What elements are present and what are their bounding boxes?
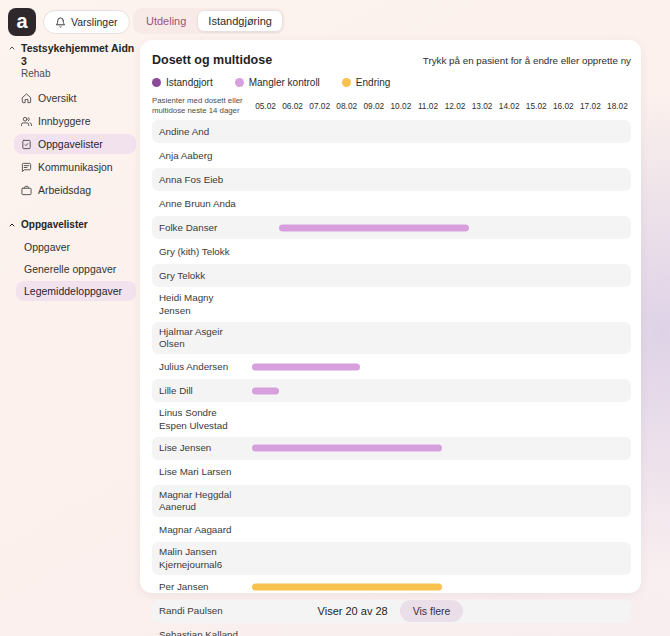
patient-row[interactable]: Magnar Aagaard bbox=[152, 518, 631, 541]
org-name: Testsykehjemmet Aidn 3 bbox=[21, 42, 136, 67]
patient-name: Lise Mari Larsen bbox=[152, 462, 252, 482]
date-label: 12.02 bbox=[441, 101, 468, 111]
patient-row[interactable]: Anna Fos Eieb bbox=[152, 168, 631, 191]
section-items: Oppgaver Generelle oppgaver Legemiddelop… bbox=[8, 237, 136, 303]
date-columns: 05.02 06.02 07.02 08.02 09.02 10.02 11.0… bbox=[252, 101, 631, 111]
patient-row[interactable]: Gry Telokk bbox=[152, 264, 631, 287]
patient-row[interactable]: Julius Andersen bbox=[152, 355, 631, 378]
date-label: 09.02 bbox=[360, 101, 387, 111]
sidebar-item-label: Arbeidsdag bbox=[38, 184, 91, 196]
sidebar-item-legemiddeloppgaver[interactable]: Legemiddeloppgaver bbox=[16, 281, 136, 301]
sidebar-item-innbyggere[interactable]: Innbyggere bbox=[14, 111, 136, 131]
briefcase-icon bbox=[21, 185, 32, 196]
patient-row[interactable]: Anja Aaberg bbox=[152, 144, 631, 167]
card-title: Dosett og multidose bbox=[152, 53, 272, 67]
bell-icon bbox=[55, 17, 66, 28]
timeline-track bbox=[252, 518, 631, 541]
status-bar[interactable] bbox=[279, 224, 469, 231]
timeline-track bbox=[252, 168, 631, 191]
tasks-icon bbox=[21, 139, 32, 150]
legend-label: Endring bbox=[356, 77, 390, 88]
status-bar[interactable] bbox=[252, 363, 360, 370]
timeline-track bbox=[252, 288, 631, 320]
patient-name: Sebastian Kalland bbox=[152, 625, 252, 636]
status-bar[interactable] bbox=[252, 387, 279, 394]
timeline-track bbox=[252, 120, 631, 143]
sidebar-item-oppgaver[interactable]: Oppgaver bbox=[16, 237, 136, 257]
status-dot-icon bbox=[342, 78, 351, 87]
patient-name: Hjalmar Asgeir Olsen bbox=[152, 322, 252, 354]
tab-istandgjoring[interactable]: Istandgjøring bbox=[197, 10, 283, 32]
status-bar[interactable] bbox=[252, 584, 442, 591]
patient-name: Gry Telokk bbox=[152, 266, 252, 286]
timeline-track bbox=[252, 322, 631, 354]
patient-row[interactable]: Sebastian Kalland bbox=[152, 624, 631, 636]
timeline-track bbox=[252, 624, 631, 636]
patient-name: Magnar Aagaard bbox=[152, 520, 252, 540]
patient-row[interactable]: Anne Bruun Anda bbox=[152, 192, 631, 215]
patient-row[interactable]: Heidi Magny Jensen bbox=[152, 288, 631, 320]
patient-name: Lise Jensen bbox=[152, 438, 252, 458]
chat-icon bbox=[21, 162, 32, 173]
status-bar[interactable] bbox=[252, 445, 442, 452]
sidebar-item-oversikt[interactable]: Oversikt bbox=[14, 88, 136, 108]
patient-name: Julius Andersen bbox=[152, 357, 252, 377]
date-label: 14.02 bbox=[496, 101, 523, 111]
dosett-multidose-card: Dosett og multidose Trykk på en pasient … bbox=[140, 40, 641, 593]
home-icon bbox=[21, 93, 32, 104]
patient-row[interactable]: Linus Sondre Espen Ulvestad bbox=[152, 403, 631, 435]
patient-row[interactable]: Magnar Heggdal Aanerud bbox=[152, 485, 631, 517]
status-legend: Istandgjort Mangler kontroll Endring bbox=[152, 77, 631, 88]
patient-name: Anja Aaberg bbox=[152, 146, 252, 166]
table-header: Pasienter med dosett eller multidose nes… bbox=[152, 96, 631, 115]
timeline-track bbox=[252, 437, 631, 460]
patient-row[interactable]: Hjalmar Asgeir Olsen bbox=[152, 322, 631, 354]
org-unit: Rehab bbox=[21, 68, 136, 79]
date-label: 15.02 bbox=[523, 101, 550, 111]
patient-name: Anne Bruun Anda bbox=[152, 194, 252, 214]
notifications-button[interactable]: Varslinger bbox=[43, 10, 130, 34]
sidebar-item-oppgavelister[interactable]: Oppgavelister bbox=[14, 134, 136, 154]
sidebar-item-generelle-oppgaver[interactable]: Generelle oppgaver bbox=[16, 259, 136, 279]
date-label: 07.02 bbox=[306, 101, 333, 111]
patient-row[interactable]: Andine And bbox=[152, 120, 631, 143]
sidebar-item-label: Oppgavelister bbox=[38, 138, 103, 150]
section-header[interactable]: Oppgavelister bbox=[8, 219, 136, 230]
view-tabs: Utdeling Istandgjøring bbox=[133, 8, 285, 34]
patient-row[interactable]: Folke Danser bbox=[152, 216, 631, 239]
date-label: 16.02 bbox=[550, 101, 577, 111]
sidebar-item-label: Oversikt bbox=[38, 92, 77, 104]
patient-name: Heidi Magny Jensen bbox=[152, 288, 252, 320]
patient-row[interactable]: Lille Dill bbox=[152, 379, 631, 402]
patient-name: Andine And bbox=[152, 122, 252, 142]
timeline-track bbox=[252, 461, 631, 484]
legend-item: Istandgjort bbox=[152, 77, 213, 88]
patient-name: Anna Fos Eieb bbox=[152, 170, 252, 190]
date-label: 06.02 bbox=[279, 101, 306, 111]
patient-name: Gry (kith) Telokk bbox=[152, 242, 252, 262]
legend-item: Endring bbox=[342, 77, 390, 88]
patient-row[interactable]: Lise Mari Larsen bbox=[152, 461, 631, 484]
section-title: Oppgavelister bbox=[21, 219, 88, 230]
patient-row[interactable]: Gry (kith) Telokk bbox=[152, 240, 631, 263]
timeline-track bbox=[252, 542, 631, 574]
sidebar-item-kommunikasjon[interactable]: Kommunikasjon bbox=[14, 157, 136, 177]
date-label: 08.02 bbox=[333, 101, 360, 111]
patient-row[interactable]: Per Jansen bbox=[152, 576, 631, 599]
timeline-track bbox=[252, 264, 631, 287]
patient-name: Magnar Heggdal Aanerud bbox=[152, 485, 252, 517]
show-more-button[interactable]: Vis flere bbox=[400, 600, 464, 622]
date-label: 10.02 bbox=[387, 101, 414, 111]
sidebar-item-arbeidsdag[interactable]: Arbeidsdag bbox=[14, 180, 136, 200]
date-label: 17.02 bbox=[577, 101, 604, 111]
patient-name: Per Jansen bbox=[152, 577, 252, 597]
date-label: 18.02 bbox=[604, 101, 631, 111]
patient-row[interactable]: Lise Jensen bbox=[152, 437, 631, 460]
tab-utdeling[interactable]: Utdeling bbox=[135, 10, 197, 32]
patient-row[interactable]: Malin Jansen Kjernejournal6 bbox=[152, 542, 631, 574]
sidebar-item-label: Kommunikasjon bbox=[38, 161, 113, 173]
org-selector[interactable]: Testsykehjemmet Aidn 3 Rehab bbox=[8, 42, 136, 79]
timeline-track bbox=[252, 144, 631, 167]
app-logo[interactable]: a bbox=[8, 8, 36, 36]
timeline-track bbox=[252, 379, 631, 402]
